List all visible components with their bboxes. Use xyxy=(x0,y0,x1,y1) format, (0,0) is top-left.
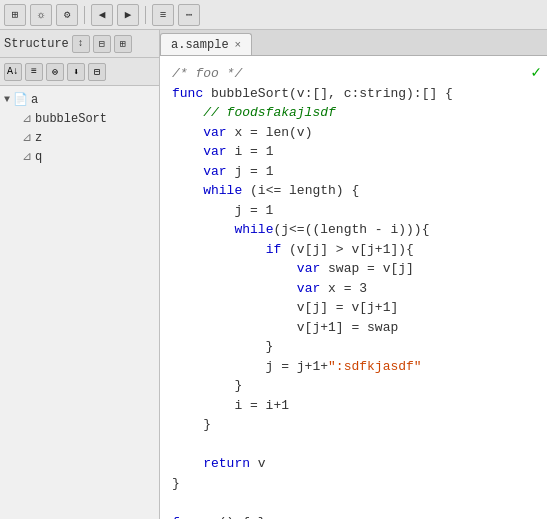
tree-child-label-bs: bubbleSort xyxy=(35,112,107,126)
toolbar-separator-2 xyxy=(145,6,146,24)
left-panel: Structure ↕ ⊟ ⊞ A↓ ≡ ⊜ ⬇ ⊟ ▼ 📄 a ⊿ bubbl… xyxy=(0,30,160,519)
code-area[interactable]: ✓ /* foo */ func bubbleSort(v:[], c:stri… xyxy=(160,56,547,519)
structure-sort-btn[interactable]: ↕ xyxy=(72,35,90,53)
tree-child-bubblesort[interactable]: ⊿ bubbleSort xyxy=(0,109,159,128)
toolbar-btn-grid[interactable]: ⊞ xyxy=(4,4,26,26)
top-toolbar: ⊞ ☼ ⚙ ◀ ▶ ≡ ⋯ xyxy=(0,0,547,30)
tree-child-label-z: z xyxy=(35,131,42,145)
main-area: Structure ↕ ⊟ ⊞ A↓ ≡ ⊜ ⬇ ⊟ ▼ 📄 a ⊿ bubbl… xyxy=(0,30,547,519)
toolbar-btn-extra1[interactable]: ≡ xyxy=(152,4,174,26)
sort-alpha-btn[interactable]: A↓ xyxy=(4,63,22,81)
tree-area: ▼ 📄 a ⊿ bubbleSort ⊿ z ⊿ q xyxy=(0,86,159,519)
toolbar-separator-1 xyxy=(84,6,85,24)
structure-filter-btn[interactable]: ⊟ xyxy=(93,35,111,53)
editor-tab-a-sample[interactable]: a.sample × xyxy=(160,33,252,55)
extra-btn[interactable]: ⊟ xyxy=(88,63,106,81)
tree-arrow-a: ▼ xyxy=(4,94,10,105)
structure-bar: Structure ↕ ⊟ ⊞ xyxy=(0,30,159,58)
tree-child-z[interactable]: ⊿ z xyxy=(0,128,159,147)
toolbar-btn-forward[interactable]: ▶ xyxy=(117,4,139,26)
code-content: /* foo */ func bubbleSort(v:[], c:string… xyxy=(160,56,547,519)
download-btn[interactable]: ⬇ xyxy=(67,63,85,81)
toolbar-btn-extra2[interactable]: ⋯ xyxy=(178,4,200,26)
tree-child-label-q: q xyxy=(35,150,42,164)
tree-child-q[interactable]: ⊿ q xyxy=(0,147,159,166)
tree-root-a[interactable]: ▼ 📄 a xyxy=(0,90,159,109)
child-icon-bs: ⊿ xyxy=(22,111,32,126)
tab-label: a.sample xyxy=(171,38,229,52)
file-icon-a: 📄 xyxy=(13,92,28,107)
structure-toolbar2: A↓ ≡ ⊜ ⬇ ⊟ xyxy=(0,58,159,86)
tab-close-btn[interactable]: × xyxy=(235,39,242,51)
child-icon-q: ⊿ xyxy=(22,149,32,164)
child-icon-z: ⊿ xyxy=(22,130,32,145)
align2-btn[interactable]: ⊜ xyxy=(46,63,64,81)
structure-expand-btn[interactable]: ⊞ xyxy=(114,35,132,53)
structure-label: Structure xyxy=(4,37,69,51)
toolbar-btn-sun[interactable]: ☼ xyxy=(30,4,52,26)
tab-bar: a.sample × xyxy=(160,30,547,56)
tree-root-label-a: a xyxy=(31,93,38,107)
checkmark-indicator: ✓ xyxy=(531,62,541,82)
align-btn[interactable]: ≡ xyxy=(25,63,43,81)
toolbar-btn-gear[interactable]: ⚙ xyxy=(56,4,78,26)
toolbar-btn-back[interactable]: ◀ xyxy=(91,4,113,26)
